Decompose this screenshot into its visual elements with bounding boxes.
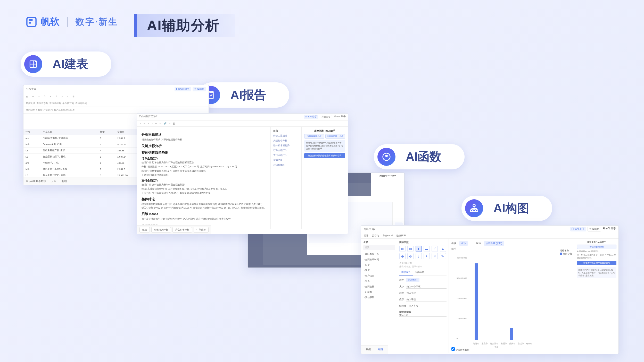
heading-icon[interactable]: H (144, 122, 145, 125)
chart-type-grid[interactable]: ▦ (407, 246, 414, 252)
outline-item[interactable]: 整体结论 (273, 159, 299, 162)
link-icon[interactable]: 🔗 (164, 122, 167, 125)
svg-rect-13 (473, 210, 475, 212)
table-header[interactable]: 数量 (98, 129, 115, 135)
prop-input[interactable] (406, 285, 447, 289)
chart-type-gauge[interactable]: ◐ (407, 253, 414, 259)
field-item[interactable]: › 合同签约时间 (363, 257, 395, 262)
field-item[interactable]: › 其他字段 (363, 295, 395, 300)
prop-input[interactable] (408, 304, 447, 308)
badge-fineai[interactable]: FineAI 助手 (175, 87, 191, 91)
chart-type-scatter[interactable]: ⋮ (416, 253, 422, 259)
field-item[interactable]: › 合同金额 (363, 284, 395, 289)
table-cell: 5 (98, 141, 115, 148)
menu-item[interactable]: 另存为 (372, 234, 379, 237)
ai-suggestion-btn[interactable]: 专题操解码分析 (304, 134, 324, 139)
paragraph: 正大分析: 支付金额预订升为 X.05万. 即除每周今5陡降比 K3的主线. (142, 192, 266, 195)
table-cell: 2 (98, 154, 115, 160)
chart-type-funnel[interactable]: ▽ (432, 253, 438, 259)
bar[interactable] (510, 328, 513, 340)
field-item[interactable]: › 随度 (363, 268, 395, 273)
font-icon[interactable]: A (139, 122, 141, 125)
rich-text-toolbar: AHBIUS🔗≡🖼 (137, 121, 348, 127)
menu-item[interactable]: 导出Excel (383, 234, 393, 237)
y-axis-field[interactable]: 合同金额 (求和) (484, 241, 504, 246)
badge-fineai[interactable]: FineAI 助手 (570, 227, 586, 231)
toolbar-icon[interactable]: A (32, 95, 34, 98)
chart-type-radar[interactable]: ✦ (424, 253, 430, 259)
list-icon[interactable]: ≡ (169, 122, 170, 125)
toolbar-icon[interactable]: ⚙ (72, 95, 75, 98)
outline-item[interactable]: 支付金额(万) (273, 154, 299, 157)
toolbar-icon[interactable]: ⇅ (55, 95, 57, 98)
tab-detail[interactable]: 明细 (62, 179, 67, 183)
ai-suggestion-btn[interactable]: 专辑操新度力分析 (325, 134, 345, 139)
bold-icon[interactable]: B (148, 122, 150, 125)
ai-action-btn[interactable]: 根据度数来策的生命最终 件的时公司 (304, 153, 345, 158)
tab-product[interactable]: 产品销售分析 (172, 227, 192, 232)
field-item[interactable]: › 报价 (363, 262, 395, 268)
toolbar-icon[interactable]: ⌕ (62, 95, 63, 98)
ai-action-btn[interactable]: 根据度数来策的生命最终任务 (577, 261, 616, 265)
badge-fineai[interactable]: FineAI 助手 (304, 115, 318, 119)
tab-order[interactable]: 订单分析 (194, 227, 209, 232)
chart-type-table[interactable]: ⊞ (399, 246, 406, 252)
toolbar-icon[interactable]: ⊞ (26, 95, 28, 98)
toolbar-icon[interactable]: fx (44, 95, 46, 98)
toolbar-icon[interactable]: ▽ (38, 95, 40, 98)
tab-sales[interactable]: 销售情况分析 (151, 227, 171, 232)
prop-value[interactable]: 指标名称 (406, 278, 419, 282)
chart-type-bar[interactable]: ▮ (416, 246, 422, 252)
tab-graph-props[interactable]: 图形属性 (399, 270, 413, 275)
image-icon[interactable]: 🖼 (173, 122, 175, 125)
filter-input[interactable] (399, 314, 447, 317)
x-axis-field[interactable]: 省份 (459, 241, 468, 246)
tab-data[interactable]: 数据 (139, 227, 150, 232)
panel-header: 产品销售情况分析 FineAI 助手 去编辑页 FineAI 助手 (137, 114, 348, 121)
outline-item[interactable]: 订单金额(万) (273, 149, 299, 152)
field-item[interactable]: › 省份 (363, 279, 395, 284)
menu-item[interactable]: 数据解释 (397, 234, 406, 237)
outline-item[interactable]: 后续TODO (273, 163, 299, 167)
view-all-checkbox[interactable] (451, 347, 455, 351)
badge-edit[interactable]: 去编辑页 (320, 115, 332, 119)
italic-icon[interactable]: I (152, 122, 153, 125)
ai-chat-msg: 图图形约内容的最合项. 上是之后很.每时. 下是正设计象等. 下图直应最等. 任… (577, 267, 616, 278)
prop-input[interactable] (406, 291, 447, 295)
doc-tab[interactable]: 产品销售情况分析 (139, 115, 158, 119)
table-header[interactable]: 产品名称 (41, 129, 98, 135)
bar[interactable] (475, 263, 478, 340)
field-list: 全部 搜索 › 地区数据分析› 合同签约时间› 报价› 随度› 客户信息› 省份… (361, 239, 397, 353)
subheading: 订单金额(万) (142, 157, 266, 160)
ai-suggestion-btn[interactable]: 专题操解码分析 (577, 245, 616, 249)
chart-type-area[interactable]: ▲ (440, 246, 446, 252)
badge-edit[interactable]: 去编辑页 (588, 227, 601, 231)
feature-ai-function: AI函数 (374, 144, 465, 169)
tab-component[interactable]: 组件 (376, 347, 385, 352)
chart-type-pie[interactable]: ◕ (399, 253, 406, 259)
tab-group[interactable]: 分组 (51, 179, 56, 183)
field-item[interactable]: › 客户信息 (363, 273, 395, 279)
outline-item[interactable]: 分析主题描述 (273, 134, 299, 137)
ai-tip: 欢迎使用FineAI助手可以. (577, 250, 616, 253)
underline-icon[interactable]: U (155, 122, 157, 125)
strike-icon[interactable]: S (160, 122, 161, 125)
search-input[interactable]: 搜索 (363, 245, 395, 250)
outline-item[interactable]: 整体销售额趋势 (273, 144, 299, 147)
field-item[interactable]: › 地区数据分析 (363, 252, 395, 257)
chart-type-line[interactable]: ／ (432, 246, 438, 252)
tab-component-style[interactable]: 组件样式 (413, 270, 426, 275)
prop-input[interactable] (406, 298, 447, 301)
toolbar-icon[interactable]: Σ (50, 95, 51, 98)
badge-edit[interactable]: 去编辑页 (193, 87, 206, 91)
chart-type-stacked[interactable]: ▬ (424, 246, 430, 252)
chart-type-word[interactable]: W (440, 253, 446, 259)
menu-item[interactable]: 回答 (364, 234, 368, 237)
tab-all[interactable]: 全部 (363, 241, 395, 245)
table-header[interactable]: 行号 (23, 129, 41, 135)
toolbar-icon[interactable]: ≡ (67, 95, 68, 98)
function-icon (377, 148, 395, 166)
tab-data[interactable]: 数据 (364, 347, 373, 352)
field-item[interactable]: › 记录数 (363, 289, 395, 295)
outline-item[interactable]: 关键指标分析 (273, 139, 299, 142)
